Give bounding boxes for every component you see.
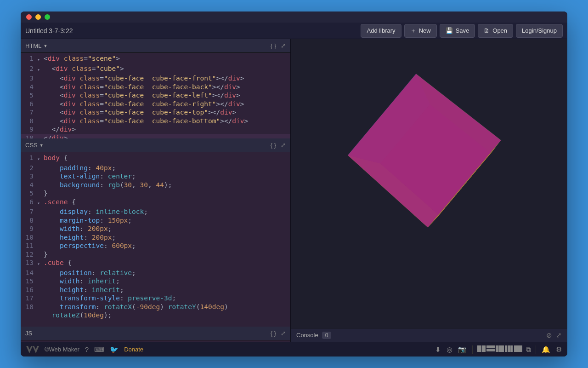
save-icon: 💾	[446, 27, 453, 34]
layout-2-icon[interactable]	[486, 345, 495, 352]
svg-marker-0	[26, 346, 39, 353]
html-panel-header[interactable]: HTML ▼ { } ⤢	[21, 39, 290, 53]
braces-icon[interactable]: { }	[271, 330, 276, 337]
help-icon[interactable]: ?	[85, 345, 89, 353]
expand-console-icon[interactable]: ⤢	[556, 331, 562, 339]
screenshot-icon[interactable]: 📷	[458, 345, 467, 354]
add-library-button[interactable]: Add library	[361, 24, 401, 38]
save-button[interactable]: 💾Save	[440, 24, 475, 38]
html-panel-label: HTML	[25, 42, 41, 49]
project-title[interactable]: Untitled 3-7-3:22	[25, 27, 361, 34]
settings-icon[interactable]: ⚙	[556, 345, 562, 354]
toolbar: Untitled 3-7-3:22 Add library ＋New 💾Save…	[21, 23, 567, 39]
console-label: Console	[296, 332, 318, 339]
css-editor[interactable]: 1▾body {2 padding: 40px;3 text-align: ce…	[21, 152, 290, 327]
layout-5-icon[interactable]	[514, 345, 522, 352]
close-icon[interactable]	[26, 14, 32, 20]
braces-icon[interactable]: { }	[271, 42, 276, 49]
html-editor[interactable]: 1▾<div class="scene">2▾ <div class="cube…	[21, 53, 290, 138]
brand-label: ©Web Maker	[45, 346, 79, 353]
chevron-down-icon: ▼	[43, 44, 47, 48]
editors-column: HTML ▼ { } ⤢ 1▾<div class="scene">2▾ <di…	[21, 39, 290, 342]
js-panel-label: JS	[25, 330, 32, 337]
chevron-down-icon: ▼	[40, 143, 44, 148]
expand-icon[interactable]: ⤢	[281, 42, 286, 49]
preview-scene	[383, 108, 475, 200]
layout-4-icon[interactable]	[505, 345, 513, 352]
donate-link[interactable]: Donate	[124, 346, 143, 353]
preview-pane	[291, 39, 567, 328]
console-count: 0	[322, 332, 332, 339]
expand-icon[interactable]: ⤢	[281, 142, 286, 149]
braces-icon[interactable]: { }	[271, 142, 276, 149]
keyboard-icon[interactable]: ⌨	[94, 345, 104, 354]
app-window: Untitled 3-7-3:22 Add library ＋New 💾Save…	[21, 12, 567, 356]
js-panel-header[interactable]: JS { } ⤢	[21, 327, 290, 340]
webmaker-logo-icon[interactable]	[26, 346, 39, 353]
notifications-icon[interactable]: 🔔	[542, 345, 550, 354]
statusbar: ©Web Maker ? ⌨ 🐦 Donate ⬇ ◎ 📷 ⧉ 🔔 ⚙	[21, 342, 567, 356]
minimize-icon[interactable]	[35, 14, 41, 20]
preview-cube	[382, 115, 465, 184]
expand-icon[interactable]: ⤢	[281, 330, 286, 337]
open-button[interactable]: 🗎Open	[478, 24, 513, 38]
login-button[interactable]: Login/Signup	[516, 24, 563, 38]
download-icon[interactable]: ⬇	[435, 345, 441, 354]
detach-icon[interactable]: ⧉	[526, 345, 531, 354]
twitter-icon[interactable]: 🐦	[110, 345, 119, 354]
titlebar	[21, 12, 567, 23]
layout-1-icon[interactable]	[477, 345, 486, 352]
cube-face-top	[348, 74, 501, 227]
clear-console-icon[interactable]: ⊘	[546, 331, 552, 339]
new-button[interactable]: ＋New	[404, 24, 437, 38]
layout-switcher: ⧉	[472, 345, 536, 354]
codepen-icon[interactable]: ◎	[447, 345, 452, 354]
preview-column: Console 0 ⊘ ⤢	[290, 39, 567, 342]
plus-icon: ＋	[410, 27, 416, 35]
css-panel-header[interactable]: CSS ▼ { } ⤢	[21, 138, 290, 152]
maximize-icon[interactable]	[45, 14, 50, 20]
main-area: HTML ▼ { } ⤢ 1▾<div class="scene">2▾ <di…	[21, 39, 567, 342]
css-panel-label: CSS	[25, 142, 38, 149]
file-icon: 🗎	[484, 27, 490, 34]
layout-3-icon[interactable]	[496, 345, 504, 352]
console-bar[interactable]: Console 0 ⊘ ⤢	[291, 328, 567, 342]
